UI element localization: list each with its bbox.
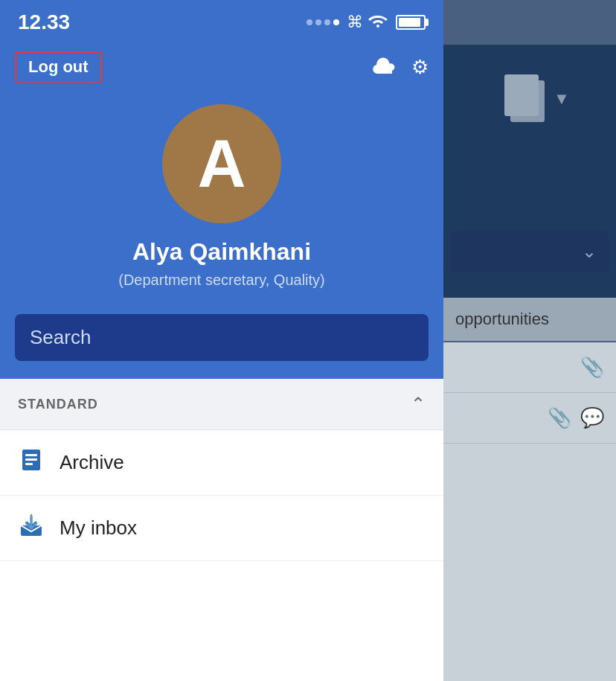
menu-label-inbox: My inbox xyxy=(60,517,137,540)
menu-label-archive: Archive xyxy=(60,451,124,474)
right-list-area: 📎 📎 💬 xyxy=(443,342,616,681)
doc-stack-area: ▼ xyxy=(504,74,570,123)
cloud-icon[interactable] xyxy=(373,55,397,79)
right-dropdown-box[interactable]: ⌄ xyxy=(451,231,609,272)
avatar: A xyxy=(162,104,281,223)
section-title-standard: STANDARD xyxy=(18,397,98,412)
opportunities-text: opportunities xyxy=(443,298,616,341)
panel-header: Log out ⚙ xyxy=(0,45,443,89)
menu-item-archive[interactable]: Archive xyxy=(0,430,443,496)
status-time: 12.33 xyxy=(18,10,70,34)
user-role: (Department secretary, Quality) xyxy=(118,272,325,289)
main-panel: 12.33 ⌘ Log out xyxy=(0,0,443,681)
status-icons: ⌘ xyxy=(307,13,426,32)
avatar-section: A Alya Qaimkhani (Department secretary, … xyxy=(0,89,443,314)
right-list-item-2: 📎 💬 xyxy=(443,393,616,444)
svg-rect-1 xyxy=(25,454,37,456)
panel-top-section: 12.33 ⌘ Log out xyxy=(0,0,443,379)
paperclip-icon-2: 📎 xyxy=(548,406,571,429)
chat-icon: 💬 xyxy=(580,406,604,429)
doc-dropdown-arrow-icon: ▼ xyxy=(554,89,570,109)
signal-dots-icon xyxy=(307,19,339,25)
wifi-icon: ⌘ xyxy=(347,13,388,32)
logout-button[interactable]: Log out xyxy=(15,51,102,83)
avatar-letter: A xyxy=(198,126,246,202)
gear-icon[interactable]: ⚙ xyxy=(411,56,429,79)
header-icon-group: ⚙ xyxy=(373,55,429,79)
section-header-standard: STANDARD ⌃ xyxy=(0,379,443,430)
battery-icon xyxy=(396,15,426,30)
doc-page-front xyxy=(504,74,539,116)
archive-icon xyxy=(18,447,45,479)
svg-rect-2 xyxy=(25,458,37,461)
inbox-icon xyxy=(18,512,45,544)
document-stack-icon xyxy=(504,74,549,123)
status-bar: 12.33 ⌘ xyxy=(0,0,443,45)
svg-rect-3 xyxy=(25,463,33,465)
dropdown-chevron-icon: ⌄ xyxy=(582,241,597,262)
user-name: Alya Qaimkhani xyxy=(132,238,311,266)
right-header-area: ▼ xyxy=(443,45,616,335)
search-text: Search xyxy=(30,326,91,348)
paperclip-icon-1: 📎 xyxy=(580,356,604,379)
panel-bottom-section: STANDARD ⌃ Archive xyxy=(0,379,443,681)
menu-item-inbox[interactable]: My inbox xyxy=(0,496,443,561)
search-bar[interactable]: Search xyxy=(15,314,429,361)
chevron-up-icon[interactable]: ⌃ xyxy=(411,394,426,415)
right-list-item-1: 📎 xyxy=(443,342,616,393)
